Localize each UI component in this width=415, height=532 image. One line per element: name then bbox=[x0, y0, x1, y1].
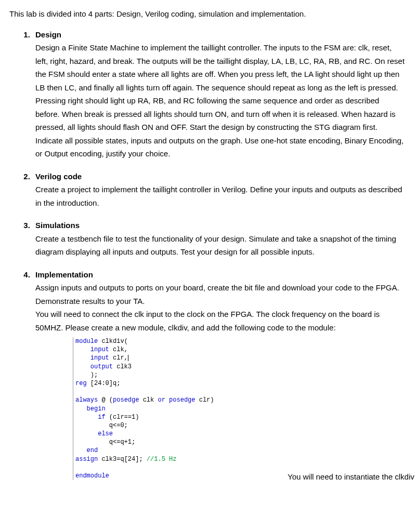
section-verilog: Verilog code Create a project to impleme… bbox=[32, 170, 406, 210]
section-simulations: Simulations Create a testbench file to t… bbox=[32, 219, 406, 259]
section-heading: Simulations bbox=[35, 221, 80, 230]
code-text: clkdiv( bbox=[98, 338, 128, 345]
code-kw: input bbox=[75, 354, 109, 362]
code-text bbox=[165, 396, 169, 404]
code-text: clk bbox=[139, 396, 158, 404]
verilog-code-block: module clkdiv( input clk, input clr, out… bbox=[73, 337, 406, 480]
code-text: clk3 bbox=[113, 363, 132, 370]
code-kw: assign bbox=[75, 456, 98, 463]
code-kw: else bbox=[75, 430, 113, 437]
section-heading: Design bbox=[35, 30, 61, 39]
code-text: clk, bbox=[109, 346, 128, 353]
code-text: clr, bbox=[109, 354, 128, 362]
intro-text: This lab is divided into 4 parts: Design… bbox=[9, 7, 406, 21]
section-design: Design Design a Finite State Machine to … bbox=[32, 28, 406, 161]
code-kw: module bbox=[75, 338, 98, 345]
code-text: q<=0; bbox=[75, 422, 128, 429]
code-footer-row: endmoduleYou will need to instantiate th… bbox=[75, 472, 406, 480]
section-body: Create a project to implement the tailli… bbox=[35, 183, 406, 209]
section-list: Design Design a Finite State Machine to … bbox=[9, 28, 406, 481]
code-kw: or bbox=[158, 396, 165, 404]
section-body: Assign inputs and outputs to ports on yo… bbox=[35, 281, 406, 334]
code-text: [24:0]q; bbox=[87, 380, 121, 387]
code-kw: output bbox=[75, 363, 113, 370]
code-kw: reg bbox=[75, 380, 87, 387]
code-kw: always bbox=[75, 396, 98, 404]
code-text: @ ( bbox=[98, 396, 113, 404]
code-kw: posedge bbox=[169, 396, 195, 404]
code-text: clk3=q[24]; bbox=[98, 456, 147, 463]
section-heading: Verilog code bbox=[35, 172, 82, 181]
code-text: (clr==1) bbox=[106, 414, 139, 421]
code-kw: end bbox=[75, 447, 98, 454]
code-comment: //1.5 Hz bbox=[147, 456, 177, 463]
code-kw: input bbox=[75, 346, 109, 353]
section-body: Design a Finite State Machine to impleme… bbox=[35, 41, 406, 161]
code-kw: posedge bbox=[113, 396, 139, 404]
text-cursor-icon bbox=[128, 355, 128, 361]
section-heading: Implementation bbox=[35, 270, 93, 279]
section-implementation: Implementation Assign inputs and outputs… bbox=[32, 268, 406, 481]
section-body: Create a testbench file to test the func… bbox=[35, 232, 406, 259]
code-kw: endmodule bbox=[75, 472, 109, 480]
side-note: You will need to instantiate the clkdiv … bbox=[288, 472, 415, 482]
code-text: clr) bbox=[196, 396, 214, 404]
code-text: q<=q+1; bbox=[75, 438, 135, 446]
code-text: ); bbox=[75, 371, 98, 379]
code-kw: if bbox=[75, 414, 106, 421]
code-kw: begin bbox=[75, 405, 106, 413]
